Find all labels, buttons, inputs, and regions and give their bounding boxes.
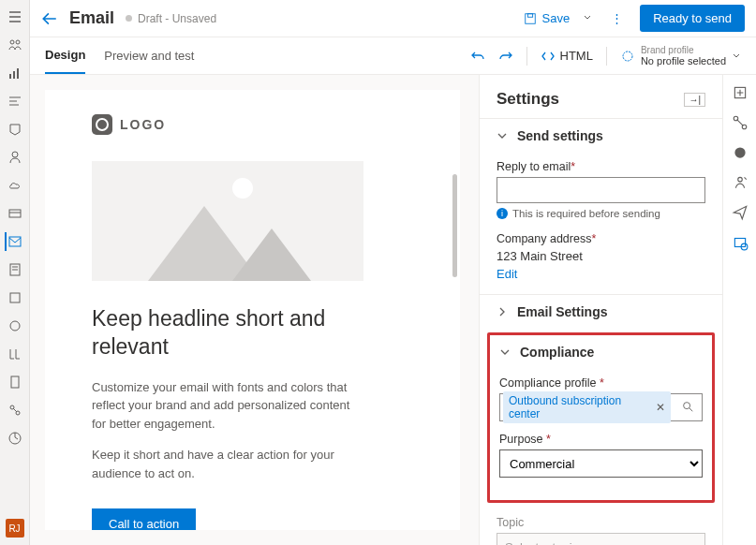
settings-icon[interactable] bbox=[732, 234, 749, 251]
nav-icon-11[interactable] bbox=[6, 317, 24, 335]
reply-to-helper: iThis is required before sending bbox=[497, 208, 705, 219]
nav-icon-6[interactable] bbox=[6, 176, 24, 195]
svg-rect-3 bbox=[13, 71, 15, 79]
add-element-icon[interactable] bbox=[732, 84, 749, 101]
svg-point-0 bbox=[10, 40, 14, 44]
compliance-profile-label: Compliance profile * bbox=[499, 376, 703, 390]
svg-point-17 bbox=[623, 52, 632, 61]
nav-icon-14[interactable] bbox=[6, 401, 24, 420]
svg-rect-6 bbox=[9, 210, 21, 217]
image-placeholder[interactable] bbox=[92, 161, 363, 281]
hamburger-icon[interactable] bbox=[6, 7, 24, 26]
right-tool-rail bbox=[722, 75, 756, 545]
svg-rect-11 bbox=[11, 376, 19, 388]
chevron-down-icon bbox=[499, 346, 511, 358]
tab-bar: Design Preview and test HTML Brand profi… bbox=[30, 37, 756, 75]
brand-profile-value: No profile selected bbox=[641, 55, 726, 66]
email-canvas: LOGO Keep headline short and relevant Cu… bbox=[30, 75, 479, 545]
logo-icon bbox=[92, 114, 112, 135]
flow-icon[interactable] bbox=[732, 114, 749, 131]
email-body-1[interactable]: Customize your email with fonts and colo… bbox=[92, 378, 363, 434]
reply-to-label: Reply to email* bbox=[497, 160, 705, 173]
svg-point-10 bbox=[10, 321, 20, 331]
nav-icon-4[interactable] bbox=[6, 120, 24, 139]
info-icon: i bbox=[497, 208, 508, 219]
email-headline[interactable]: Keep headline short and relevant bbox=[92, 305, 363, 361]
nav-icon-12[interactable] bbox=[6, 345, 24, 363]
nav-icon-9[interactable] bbox=[6, 260, 24, 279]
purpose-label: Purpose * bbox=[499, 433, 703, 446]
tab-design[interactable]: Design bbox=[45, 37, 85, 74]
nav-icon-3[interactable] bbox=[6, 92, 24, 110]
nav-icon-1[interactable] bbox=[6, 36, 24, 54]
topic-select-disabled: Select a topic bbox=[497, 533, 705, 545]
chevron-down-icon bbox=[732, 52, 741, 61]
logo-placeholder[interactable]: LOGO bbox=[92, 114, 413, 135]
more-menu[interactable]: ⋮ bbox=[605, 11, 629, 25]
svg-rect-24 bbox=[734, 239, 745, 247]
svg-point-1 bbox=[16, 40, 20, 44]
svg-point-5 bbox=[12, 152, 18, 157]
compliance-profile-chip[interactable]: Outbound subscription center✕ bbox=[503, 391, 671, 423]
save-chevron[interactable] bbox=[581, 11, 594, 25]
theme-icon[interactable] bbox=[732, 144, 749, 161]
settings-panel: Settings →| Send settings Reply to email… bbox=[479, 75, 756, 545]
ready-to-send-button[interactable]: Ready to send bbox=[640, 5, 745, 32]
nav-icon-email[interactable] bbox=[5, 232, 23, 251]
svg-rect-9 bbox=[10, 293, 20, 302]
personalization-icon[interactable] bbox=[732, 174, 749, 191]
top-bar: Email Draft - Unsaved Save ⋮ Ready to se… bbox=[30, 0, 756, 37]
svg-rect-7 bbox=[9, 237, 21, 246]
nav-icon-5[interactable] bbox=[6, 148, 24, 167]
brand-profile-label: Brand profile bbox=[641, 45, 726, 55]
svg-point-18 bbox=[684, 402, 690, 408]
nav-icon-2[interactable] bbox=[6, 64, 24, 82]
draft-status: Draft - Unsaved bbox=[126, 12, 216, 25]
svg-point-23 bbox=[737, 177, 742, 182]
undo-button[interactable] bbox=[470, 49, 485, 64]
chevron-down-icon bbox=[688, 540, 697, 546]
section-compliance[interactable]: Compliance bbox=[490, 335, 712, 369]
left-nav-rail: RJ bbox=[0, 0, 30, 545]
svg-rect-16 bbox=[527, 13, 532, 17]
user-avatar[interactable]: RJ bbox=[6, 519, 24, 538]
save-button[interactable]: Save bbox=[524, 11, 571, 25]
nav-icon-15[interactable] bbox=[6, 429, 24, 448]
section-email-settings[interactable]: Email Settings bbox=[480, 295, 722, 329]
reply-to-input[interactable] bbox=[497, 177, 705, 203]
edit-company-address-link[interactable]: Edit bbox=[497, 267, 517, 281]
nav-icon-10[interactable] bbox=[6, 288, 24, 307]
settings-title: Settings bbox=[497, 90, 684, 109]
redo-button[interactable] bbox=[498, 49, 513, 64]
nav-icon-7[interactable] bbox=[6, 204, 24, 223]
svg-rect-4 bbox=[17, 68, 19, 79]
email-body-2[interactable]: Keep it short and have a clear action fo… bbox=[92, 446, 363, 482]
send-icon[interactable] bbox=[732, 204, 749, 221]
cta-button[interactable]: Call to action bbox=[92, 508, 196, 530]
compliance-highlight: Compliance Compliance profile * Outbound… bbox=[487, 332, 715, 503]
scrollbar-thumb[interactable] bbox=[452, 174, 457, 277]
email-card[interactable]: LOGO Keep headline short and relevant Cu… bbox=[45, 90, 460, 530]
section-send-settings[interactable]: Send settings bbox=[480, 119, 722, 153]
svg-rect-15 bbox=[525, 13, 535, 23]
svg-rect-2 bbox=[9, 74, 11, 79]
collapse-panel-button[interactable]: →| bbox=[684, 93, 705, 107]
chevron-right-icon bbox=[497, 306, 508, 317]
chevron-down-icon bbox=[497, 130, 508, 141]
purpose-select[interactable]: Commercial bbox=[499, 449, 703, 478]
remove-chip-icon[interactable]: ✕ bbox=[656, 401, 665, 414]
tab-preview[interactable]: Preview and test bbox=[104, 37, 194, 74]
company-address-value: 123 Main Street bbox=[497, 249, 705, 263]
page-title: Email bbox=[69, 8, 114, 28]
svg-point-22 bbox=[734, 147, 745, 157]
compliance-profile-lookup[interactable]: Outbound subscription center✕ bbox=[499, 393, 703, 421]
brand-profile-selector[interactable]: Brand profile No profile selected bbox=[620, 45, 741, 66]
nav-icon-13[interactable] bbox=[6, 373, 24, 391]
topic-label: Topic bbox=[497, 516, 705, 529]
company-address-label: Company address* bbox=[497, 232, 705, 245]
back-button[interactable] bbox=[41, 10, 58, 27]
html-toggle[interactable]: HTML bbox=[541, 49, 593, 64]
lookup-search-icon[interactable] bbox=[674, 400, 702, 416]
